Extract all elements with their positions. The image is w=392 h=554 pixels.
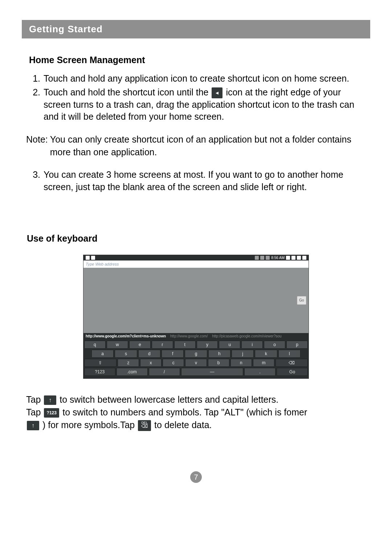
suggestion: http://www.google.com/ [170,334,208,338]
shift-icon: ↑ [27,421,39,430]
note-block: Note: You can only create shortcut icon … [26,133,367,159]
para-text: to switch between lowercase letters and … [60,394,278,405]
key: b [208,359,229,367]
key: y [197,341,218,349]
status-icon [91,256,95,260]
key: s [115,350,137,358]
page-number-badge: 7 [190,471,202,483]
go-button: Go [297,296,306,305]
backspace-glyph: ⌫ [138,424,151,428]
key: x [140,359,162,367]
status-icon [260,256,264,260]
key: l [278,350,301,358]
delete-key: ⌫ [275,359,308,367]
key: h [208,350,230,358]
shift-key: ⇧ [84,359,117,367]
status-time: 8:56 AM [271,256,285,260]
status-icon [302,256,306,260]
note-label: Note: [26,133,48,159]
url-bar: Type Web address [83,260,309,268]
delete-icon: DEL ⌫ [138,420,151,431]
home-screen-heading: Home Screen Management [29,55,370,65]
com-key: .com [117,368,148,376]
browser-area: Go [83,268,309,333]
note-text: You can only create shortcut icon of an … [48,133,367,159]
list-item-text-a: Touch and hold the shortcut icon until t… [44,87,211,97]
keyboard: q w e r t y u i o p a s d f g h j k l [83,339,309,378]
status-icon [286,256,290,260]
shift-icon: ↑ [44,395,56,405]
key: e [129,341,151,349]
key: c [163,359,184,367]
para-text: to delete data. [154,420,212,430]
key-row-2: a s d f g h j k l [84,350,308,358]
list-item-text: You can create 3 home screens at most. I… [44,169,343,192]
list-item-text: Touch and hold any application icon to c… [44,73,349,83]
key-row-3: ⇧ z x c v b n m ⌫ [84,359,308,367]
para-text: ) for more symbols.Tap [42,420,137,430]
key: z [118,359,139,367]
status-icon [291,256,295,260]
key: f [162,350,184,358]
url-suggestions: http://www.google.com/m?client=ms-unknow… [83,333,309,339]
keyboard-screenshot: 8:56 AM Type Web address Go http://www.g… [83,255,309,379]
key: q [84,341,106,349]
suggestion: http://picasaweb.google.com/m/viewer?sou [212,334,281,338]
key: m [253,359,274,367]
section-header-bar: Getting Started [22,20,370,38]
go-key: Go [277,368,308,376]
num-symbols-icon: ?123 [44,408,59,418]
key: d [138,350,160,358]
para-text: Tap [26,407,43,417]
status-icon [266,256,270,260]
key: g [185,350,207,358]
para-text: to switch to numbers and symbols. Tap "A… [62,407,307,417]
para-text: Tap [26,394,43,405]
key: i [241,341,263,349]
key: w [107,341,128,349]
key: k [255,350,277,358]
keyboard-usage-paragraph: Tap ↑ to switch between lowercase letter… [26,393,367,431]
key-row-4: ?123 .com / — . Go [84,368,308,376]
status-icon [255,256,259,260]
home-screen-list-cont: You can create 3 home screens at most. I… [25,169,367,193]
key: u [219,341,240,349]
speaker-icon: ◂ [212,87,222,98]
slash-key: / [149,368,180,376]
suggestion: http://www.google.com/m?client=ms-unknow… [86,334,166,338]
num-key: ?123 [84,368,115,376]
dot-key: . [244,368,275,376]
status-bar: 8:56 AM [83,255,309,260]
key-row-1: q w e r t y u i o p [84,341,308,349]
keyboard-heading: Use of keyboard [27,233,370,244]
key: p [286,341,308,349]
space-key: — [181,368,244,376]
key: n [230,359,252,367]
key: a [91,350,114,358]
key: o [264,341,285,349]
key: j [232,350,254,358]
key: r [152,341,173,349]
status-icon [86,256,90,260]
list-item: Touch and hold the shortcut icon until t… [43,86,367,123]
section-header-title: Getting Started [29,24,103,34]
status-icon [297,256,301,260]
list-item: You can create 3 home screens at most. I… [43,169,367,193]
home-screen-list: Touch and hold any application icon to c… [25,73,367,123]
key: v [185,359,207,367]
key: t [174,341,196,349]
list-item: Touch and hold any application icon to c… [43,73,367,85]
